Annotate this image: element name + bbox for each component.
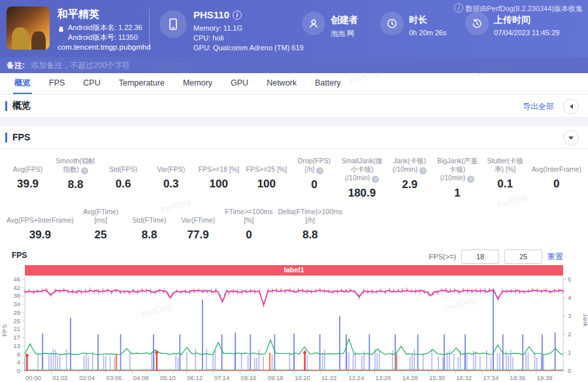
stat-Avg(InterFrame): Avg(InterFrame)0 [529, 157, 584, 200]
stat-value: 180.9 [340, 187, 383, 200]
stat-value: 2.9 [389, 178, 431, 191]
device-memory: Memory: 11.1G [193, 24, 242, 32]
stat-value: 0.6 [102, 178, 144, 191]
chevron-left-icon [570, 104, 573, 109]
stat-BigJank(严重卡顿): BigJank(严重卡顿)(/10min)?1 [434, 157, 482, 200]
info-icon[interactable]: ? [81, 167, 88, 174]
svg-text:17: 17 [13, 334, 20, 341]
export-all-link[interactable]: 导出全部 [523, 101, 554, 112]
svg-text:00:00: 00:00 [25, 374, 41, 381]
svg-text:29: 29 [13, 309, 20, 316]
stat-Stutter(卡顿率) [%]: Stutter(卡顿率) [%]0.1 [482, 157, 529, 200]
stat-Smooth(稳帧指数): Smooth(稳帧指数)?8.8 [52, 157, 99, 200]
stat-Jank(卡顿): Jank(卡顿)(/10min)?2.9 [386, 157, 434, 200]
stat-value: 0.1 [484, 178, 527, 191]
tab-Battery[interactable]: Battery [306, 73, 350, 94]
duration-label: 时长 [409, 14, 427, 26]
svg-text:42: 42 [13, 284, 20, 291]
svg-text:46: 46 [13, 276, 20, 283]
svg-text:34: 34 [13, 300, 20, 308]
info-icon[interactable]: ? [316, 167, 323, 174]
reset-link[interactable]: 重置 [547, 251, 563, 263]
note-placeholder: 添加备注，不超过200个字符 [31, 61, 130, 70]
note-label: 备注: [7, 61, 25, 70]
note-bar[interactable]: 备注: 添加备注，不超过200个字符 [0, 57, 588, 73]
svg-text:11:22: 11:22 [321, 374, 336, 381]
stat-FPS>=18 [%]: FPS>=18 [%]100 [195, 157, 242, 200]
info-icon[interactable]: ? [372, 176, 379, 183]
fps-stats-row-1: Avg(FPS)39.9Smooth(稳帧指数)?8.8Std(FPS)0.6V… [0, 149, 588, 201]
stat-value: 8.8 [54, 178, 97, 191]
stat-Avg(FTime) [ms]: Avg(FTime) [ms]25 [76, 208, 125, 242]
stat-Var(FPS): Var(FPS)0.3 [147, 157, 195, 200]
svg-text:4: 4 [17, 358, 20, 366]
svg-text:38: 38 [13, 292, 20, 299]
device-cpu: CPU: holi [193, 34, 223, 42]
stat-FTime>=100ms [%]: FTime>=100ms [%]0 [222, 208, 275, 242]
svg-text:2: 2 [568, 330, 571, 338]
upload-time-value: 07/04/2023 11:45:29 [494, 29, 559, 37]
stat-value: 0 [225, 229, 272, 242]
overview-section-header: 概览 导出全部 [0, 95, 588, 117]
tab-Memory[interactable]: Memory [174, 73, 221, 94]
collapse-overview-button[interactable] [563, 99, 579, 114]
tab-Temperature[interactable]: Temperature [110, 73, 174, 94]
svg-text:25: 25 [13, 317, 20, 325]
stat-value: 77.9 [176, 229, 220, 242]
stat-value: 39.9 [7, 229, 74, 242]
fps-threshold-input-1[interactable] [461, 249, 499, 264]
tab-FPS[interactable]: FPS [40, 73, 74, 94]
fps-card: FPS Avg(FPS)39.9Smooth(稳帧指数)?8.8Std(FPS)… [0, 126, 588, 382]
stat-value: 0 [532, 178, 581, 191]
info-icon[interactable]: ? [419, 167, 427, 174]
tab-Network[interactable]: Network [257, 73, 306, 94]
collapse-fps-button[interactable] [563, 130, 579, 146]
svg-text:4: 4 [568, 294, 571, 301]
android-icon [57, 26, 65, 33]
stat-value: 8.8 [278, 229, 342, 242]
fps-chart[interactable]: 04813172125293438424601234500:0001:0202:… [0, 276, 588, 381]
collect-note: i 数据由PerfDog(8.2.230344)版本收集 [451, 3, 583, 14]
svg-text:06:12: 06:12 [187, 374, 203, 381]
stat-Var(FTime): Var(FTime)77.9 [174, 208, 223, 242]
svg-text:05:10: 05:10 [160, 374, 176, 381]
tab-概览[interactable]: 概览 [5, 73, 40, 94]
fps-section-title: FPS [12, 132, 30, 142]
device-gpu: GPU: Qualcomm Adreno (TM) 619 [193, 44, 304, 52]
header-divider [149, 9, 150, 47]
app-title: 和平精英 [57, 8, 99, 22]
svg-text:12:24: 12:24 [348, 374, 364, 381]
device-info-icon[interactable]: i [233, 10, 242, 20]
svg-text:07:14: 07:14 [214, 374, 229, 381]
stat-Drop(FPS) [/h]: Drop(FPS) [/h]?0 [290, 157, 338, 200]
header: 和平精英 Android版本名: 1.22.36 Android版本号: 113… [0, 0, 588, 57]
upload-time-label: 上传时间 [494, 14, 531, 26]
svg-text:0: 0 [568, 367, 571, 374]
fps-accent-bar [5, 133, 7, 142]
svg-text:13:26: 13:26 [376, 374, 391, 381]
fps-threshold-input-2[interactable] [504, 249, 542, 264]
svg-text:8: 8 [17, 351, 20, 358]
creator-value: 泡泡 网 [331, 29, 354, 39]
stat-value: 100 [245, 178, 287, 191]
svg-text:04:08: 04:08 [133, 374, 149, 381]
svg-text:02:04: 02:04 [79, 374, 95, 381]
stat-value: 100 [197, 178, 240, 191]
svg-text:Jank: Jank [582, 313, 588, 326]
info-icon[interactable]: ? [467, 176, 474, 183]
label-region-bar[interactable]: label1 [25, 265, 563, 276]
svg-text:19:38: 19:38 [537, 374, 553, 381]
stat-value: 1 [436, 187, 479, 200]
svg-text:13: 13 [13, 342, 20, 349]
android-version-name: Android版本名: 1.22.36 [68, 23, 142, 33]
tab-CPU[interactable]: CPU [74, 73, 109, 94]
android-version-code: Android版本号: 11350 [68, 33, 142, 42]
svg-text:16:32: 16:32 [456, 374, 472, 381]
tab-GPU[interactable]: GPU [221, 73, 257, 94]
stat-Avg(FPS+InterFrame): Avg(FPS+InterFrame)39.9 [4, 208, 76, 242]
stat-value: 0.3 [150, 178, 192, 191]
overview-title: 概览 [12, 100, 31, 112]
fps-stats-row-2: Avg(FPS+InterFrame)39.9Avg(FTime) [ms]25… [0, 201, 349, 243]
device-icon [159, 10, 187, 38]
svg-text:09:18: 09:18 [268, 374, 284, 381]
